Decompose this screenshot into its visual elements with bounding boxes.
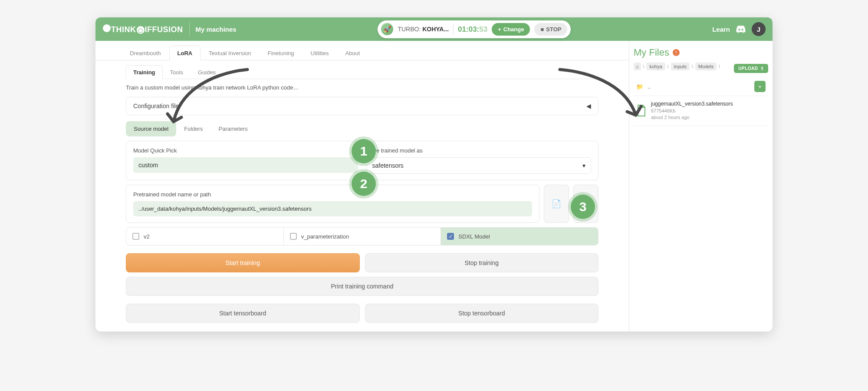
collapse-icon: ◀ xyxy=(586,103,591,109)
file-meta: juggernautXL_version3.safetensors 677544… xyxy=(651,100,733,121)
sdxl-checkbox[interactable]: ✓SDXL Model xyxy=(441,228,598,245)
subtabs: TrainingToolsGuides xyxy=(126,65,598,79)
session-label: TURBO: KOHYA... xyxy=(398,26,449,33)
model-quick-pick-label: Model Quick Pick xyxy=(133,147,358,154)
section-tab-source-model[interactable]: Source model xyxy=(126,121,176,136)
logo-text-left: THINK xyxy=(111,25,136,34)
up-directory[interactable]: 📁 .. + xyxy=(634,77,768,96)
annotation-circle-2: 2 xyxy=(352,172,376,196)
plus-icon: + xyxy=(498,26,501,33)
breadcrumb-separator-icon: \ xyxy=(667,64,669,69)
section-tabs: Source modelFoldersParameters xyxy=(126,121,598,136)
upload-button[interactable]: UPLOAD⇧ xyxy=(734,64,768,73)
page-description: Train a custom model using kohya train n… xyxy=(126,84,598,91)
session-timer: 01:03:53 xyxy=(458,25,487,34)
save-as-select[interactable]: safetensors▾ xyxy=(367,157,592,174)
section-tab-parameters[interactable]: Parameters xyxy=(211,121,256,136)
folder-up-icon: 📁 xyxy=(636,83,643,90)
config-file-label: Configuration file xyxy=(133,103,179,109)
logo-text-right: IFFUSION xyxy=(145,25,183,34)
breadcrumb-separator-icon: \ xyxy=(719,64,720,69)
session-widget: 🚀 TURBO: KOHYA... 01:03:53 +Change ■STOP xyxy=(378,20,571,38)
pretrained-label: Pretrained model name or path xyxy=(133,191,532,198)
warning-badge-icon: ! xyxy=(673,49,680,56)
pretrained-card: Pretrained model name or path xyxy=(126,185,539,223)
tab-textual-inversion[interactable]: Textual Inversion xyxy=(201,46,260,60)
breadcrumb-home[interactable]: ⌂ xyxy=(634,63,641,70)
model-flags-row: v2 v_parameterization ✓SDXL Model xyxy=(126,227,598,245)
file-icon xyxy=(636,105,647,117)
change-button[interactable]: +Change xyxy=(492,23,530,36)
discord-icon[interactable] xyxy=(736,25,746,33)
stop-icon: ■ xyxy=(540,26,544,33)
divider xyxy=(189,23,190,36)
subtab-tools[interactable]: Tools xyxy=(163,65,191,79)
start-training-button[interactable]: Start training xyxy=(126,253,360,272)
tab-dreambooth[interactable]: Dreambooth xyxy=(122,46,169,60)
upload-icon: ⇧ xyxy=(760,66,764,71)
annotation-circle-1: 1 xyxy=(352,139,376,163)
logo: THINK◌IFFUSION xyxy=(102,24,183,34)
checkbox-icon xyxy=(290,233,297,240)
breadcrumb-inputs[interactable]: inputs xyxy=(671,63,690,70)
avatar[interactable]: J xyxy=(752,22,766,36)
tab-utilities[interactable]: Utilities xyxy=(302,46,337,60)
stop-tensorboard-button[interactable]: Stop tensorboard xyxy=(365,304,599,323)
pretrained-path-input[interactable] xyxy=(133,201,532,216)
logo-mark-1 xyxy=(103,24,111,32)
header-right: Learn J xyxy=(712,22,766,36)
config-file-accordion[interactable]: Configuration file ◀ xyxy=(126,97,598,115)
document-icon: 📄 xyxy=(552,199,561,209)
vparam-checkbox[interactable]: v_parameterization xyxy=(284,228,441,245)
rocket-icon: 🚀 xyxy=(381,23,393,35)
stop-training-button[interactable]: Stop training xyxy=(365,253,599,272)
checkbox-icon xyxy=(132,233,139,240)
file-row[interactable]: juggernautXL_version3.safetensors 677544… xyxy=(634,96,768,126)
subtab-guides[interactable]: Guides xyxy=(191,65,223,79)
annotation-circle-3: 3 xyxy=(571,195,595,219)
save-as-label: Save trained model as xyxy=(367,147,592,154)
start-tensorboard-button[interactable]: Start tensorboard xyxy=(126,304,360,323)
files-breadcrumb: ⌂ \kohya\inputs\Models\ xyxy=(634,63,720,70)
app-header: THINK◌IFFUSION My machines 🚀 TURBO: KOHY… xyxy=(95,17,773,41)
breadcrumb-models[interactable]: Models xyxy=(695,63,717,70)
breadcrumb-kohya[interactable]: kohya xyxy=(646,63,665,70)
nav-learn[interactable]: Learn xyxy=(712,26,730,33)
model-quick-pick-select[interactable]: custom xyxy=(133,157,358,173)
document-picker-button[interactable]: 📄 xyxy=(544,185,569,223)
stop-button[interactable]: ■STOP xyxy=(534,23,567,36)
nav-my-machines[interactable]: My machines xyxy=(196,26,237,33)
new-folder-button[interactable]: + xyxy=(754,81,766,92)
divider xyxy=(453,24,454,34)
tab-lora[interactable]: LoRA xyxy=(169,46,201,60)
chevron-down-icon: ▾ xyxy=(582,162,585,169)
print-command-button[interactable]: Print training command xyxy=(126,277,598,296)
subtab-training[interactable]: Training xyxy=(126,65,163,79)
section-tab-folders[interactable]: Folders xyxy=(176,121,210,136)
files-title: My Files ! xyxy=(634,47,768,58)
tabs-top: DreamboothLoRATextual InversionFinetunin… xyxy=(95,45,629,60)
v2-checkbox[interactable]: v2 xyxy=(126,228,284,245)
logo-circle-icon: ◌ xyxy=(137,26,145,34)
tab-about[interactable]: About xyxy=(337,46,368,60)
tab-finetuning[interactable]: Finetuning xyxy=(260,46,302,60)
breadcrumb-separator-icon: \ xyxy=(692,64,693,69)
files-panel: My Files ! ⌂ \kohya\inputs\Models\ UPLOA… xyxy=(629,41,773,331)
breadcrumb-separator-icon: \ xyxy=(643,64,644,69)
checkbox-checked-icon: ✓ xyxy=(447,233,454,240)
